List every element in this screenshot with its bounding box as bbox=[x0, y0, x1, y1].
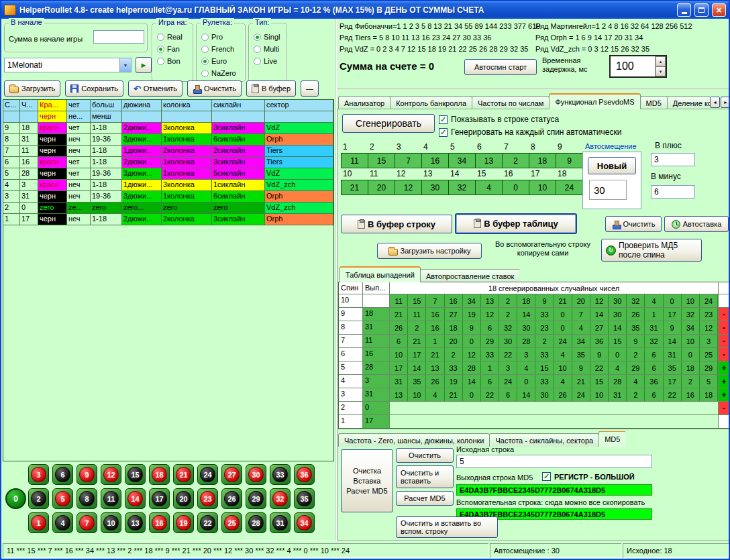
delay-value[interactable]: 100 bbox=[611, 56, 655, 76]
clear-button[interactable]: Очистить bbox=[187, 80, 242, 97]
tab-scroll-left-icon[interactable] bbox=[710, 97, 720, 108]
undo-button[interactable]: Отменить bbox=[128, 80, 182, 97]
board-cell-28[interactable]: 28 bbox=[246, 512, 266, 533]
checkbox-checked-icon[interactable] bbox=[439, 115, 448, 124]
board-cell-20[interactable]: 20 bbox=[173, 488, 194, 509]
source-string-input[interactable] bbox=[456, 455, 652, 468]
board-cell-17[interactable]: 17 bbox=[149, 488, 170, 509]
radio-option-pro[interactable]: Pro bbox=[201, 32, 245, 42]
board-cell-2[interactable]: 2 bbox=[28, 488, 49, 509]
board-cell-8[interactable]: 8 bbox=[76, 488, 97, 509]
uppercase-option[interactable]: РЕГИСТР - БОЛЬШОЙ bbox=[542, 472, 635, 481]
radio-option-live[interactable]: Live bbox=[254, 56, 286, 66]
md5-clear-paste-aux-button[interactable]: Очистить и вставить во вспом. строку bbox=[396, 516, 498, 538]
tab-0[interactable]: Анализатор bbox=[338, 96, 390, 109]
board-cell-13[interactable]: 13 bbox=[125, 512, 146, 533]
start-sum-input[interactable] bbox=[93, 30, 144, 44]
board-cell-zero[interactable]: 0 bbox=[5, 488, 26, 509]
board-cell-5[interactable]: 5 bbox=[52, 488, 73, 509]
radio-option-singl[interactable]: Singl bbox=[254, 32, 286, 42]
board-cell-21[interactable]: 21 bbox=[173, 464, 194, 485]
board-cell-36[interactable]: 36 bbox=[294, 464, 315, 485]
collapse-button[interactable]: — bbox=[301, 80, 319, 97]
board-cell-23[interactable]: 23 bbox=[197, 488, 218, 509]
subtab-1[interactable]: Автопроставление ставок bbox=[420, 269, 519, 282]
autoshift-value[interactable]: 30 bbox=[589, 180, 627, 200]
radio-option-multi[interactable]: Multi bbox=[254, 44, 286, 54]
board-cell-29[interactable]: 29 bbox=[246, 488, 266, 509]
md5-output-field[interactable]: E4DA3B7FBBCE2345D7772B0674A318D5 bbox=[456, 484, 652, 496]
board-cell-9[interactable]: 9 bbox=[76, 464, 97, 485]
autogenerate-option[interactable]: Генерировать на каждый спин автоматическ… bbox=[439, 127, 621, 137]
tab-5[interactable]: Деление ко bbox=[667, 96, 710, 109]
tab-1[interactable]: Контроль банкролла bbox=[390, 96, 472, 109]
minus-input[interactable] bbox=[651, 185, 695, 199]
board-cell-15[interactable]: 15 bbox=[125, 464, 146, 485]
restore-button[interactable] bbox=[694, 3, 709, 17]
board-cell-3[interactable]: 3 bbox=[28, 464, 49, 485]
check-md5-after-spin-button[interactable]: Проверить МД5 после спина bbox=[601, 239, 702, 262]
board-cell-22[interactable]: 22 bbox=[197, 512, 218, 533]
load-settings-button[interactable]: Загрузить настройку bbox=[377, 243, 482, 259]
board-cell-11[interactable]: 11 bbox=[101, 488, 121, 509]
board-cell-12[interactable]: 12 bbox=[101, 464, 121, 485]
copy-row-to-clipboard-button[interactable]: В буфер строку bbox=[341, 215, 452, 233]
generate-button[interactable]: Сгенерировать bbox=[342, 114, 435, 133]
board-cell-7[interactable]: 7 bbox=[76, 512, 97, 533]
autobet-button[interactable]: Автоставка bbox=[664, 216, 729, 232]
bottomtab-1[interactable]: Частота - сиклайны, сектора bbox=[489, 433, 599, 447]
board-cell-34[interactable]: 34 bbox=[294, 512, 315, 533]
board-cell-25[interactable]: 25 bbox=[221, 512, 242, 533]
board-cell-10[interactable]: 10 bbox=[101, 512, 121, 533]
board-cell-35[interactable]: 35 bbox=[294, 488, 315, 509]
spin-up-icon[interactable] bbox=[656, 56, 666, 66]
chevron-down-icon[interactable] bbox=[119, 58, 131, 72]
board-cell-16[interactable]: 16 bbox=[149, 512, 170, 533]
show-in-statusbar-option[interactable]: Показывать в строке статуса bbox=[439, 115, 559, 124]
tab-2[interactable]: Частоты по числам bbox=[472, 96, 550, 109]
board-cell-30[interactable]: 30 bbox=[246, 464, 266, 485]
bottomtab-2[interactable]: MD5 bbox=[598, 431, 625, 447]
copy-table-to-clipboard-button[interactable]: В буфер таблицу bbox=[455, 213, 577, 234]
radio-option-french[interactable]: French bbox=[201, 44, 245, 54]
board-cell-1[interactable]: 1 bbox=[28, 512, 49, 533]
preset-combobox[interactable]: 1Melonati bbox=[4, 58, 132, 72]
spin-down-icon[interactable] bbox=[656, 66, 666, 76]
start-button[interactable] bbox=[136, 57, 152, 73]
minimize-button[interactable] bbox=[677, 3, 691, 17]
board-cell-26[interactable]: 26 bbox=[221, 488, 242, 509]
board-cell-18[interactable]: 18 bbox=[149, 464, 170, 485]
md5-calc-button[interactable]: Расчет MD5 bbox=[396, 491, 454, 506]
tab-3[interactable]: Функционал PsevdoMS bbox=[549, 93, 640, 109]
board-cell-4[interactable]: 4 bbox=[52, 512, 73, 533]
clear-generator-button[interactable]: Очистить bbox=[605, 216, 662, 232]
tab-scroll-right-icon[interactable] bbox=[721, 97, 730, 108]
plus-input[interactable] bbox=[651, 153, 695, 166]
radio-option-nazero[interactable]: NaZero bbox=[201, 68, 245, 78]
autospin-start-button[interactable]: Автоспин старт bbox=[464, 59, 537, 75]
tab-4[interactable]: MD5 bbox=[640, 96, 668, 109]
checkbox-checked-icon[interactable] bbox=[542, 472, 551, 481]
buffer-button[interactable]: В буфер bbox=[246, 80, 296, 97]
radio-option-real[interactable]: Real bbox=[157, 32, 193, 42]
md5-clear-button[interactable]: Очистить bbox=[396, 448, 454, 463]
radio-option-fan[interactable]: Fan bbox=[157, 44, 193, 54]
board-cell-14[interactable]: 14 bbox=[125, 488, 146, 509]
board-cell-33[interactable]: 33 bbox=[270, 464, 291, 485]
bottomtab-0[interactable]: Частота - Zero, шансы, дюжины, колонки bbox=[338, 433, 490, 447]
subtab-0[interactable]: Таблица выпадений bbox=[340, 266, 421, 282]
checkbox-checked-icon[interactable] bbox=[439, 128, 448, 137]
load-button[interactable]: Загрузить bbox=[4, 80, 60, 97]
board-cell-6[interactable]: 6 bbox=[52, 464, 73, 485]
close-button[interactable] bbox=[712, 3, 726, 17]
board-cell-27[interactable]: 27 bbox=[221, 464, 242, 485]
board-cell-24[interactable]: 24 bbox=[197, 464, 218, 485]
save-button[interactable]: Сохранить bbox=[65, 80, 123, 97]
board-cell-32[interactable]: 32 bbox=[270, 488, 291, 509]
board-cell-31[interactable]: 31 bbox=[270, 512, 291, 533]
radio-option-bon[interactable]: Bon bbox=[157, 56, 193, 66]
md5-combo-button[interactable]: ОчисткаВставкаРасчет MD5 bbox=[341, 449, 393, 512]
board-cell-19[interactable]: 19 bbox=[173, 512, 194, 533]
radio-option-euro[interactable]: Euro bbox=[201, 56, 245, 66]
md5-clear-paste-button[interactable]: Очистить и вставить bbox=[396, 465, 454, 488]
